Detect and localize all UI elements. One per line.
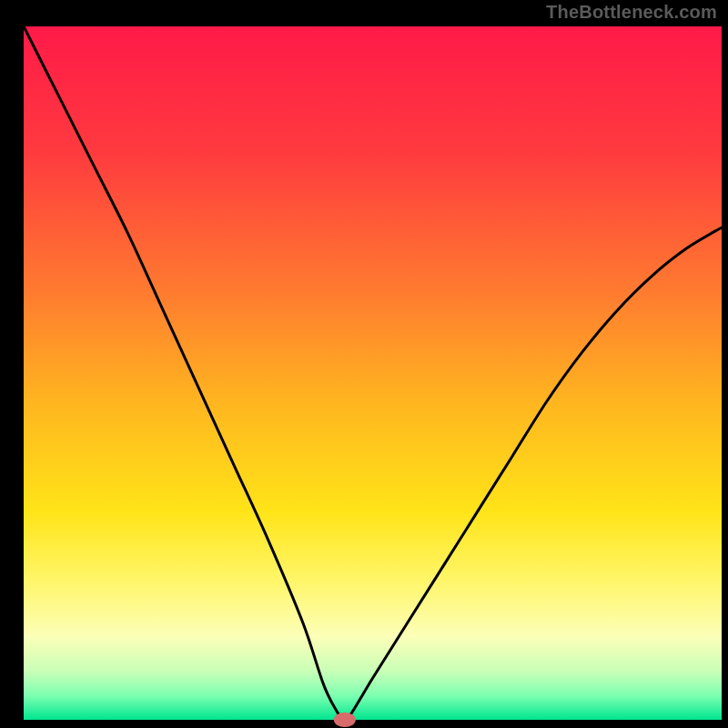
watermark-text: TheBottleneck.com xyxy=(546,2,717,23)
optimal-marker xyxy=(334,713,356,727)
chart-stage: TheBottleneck.com xyxy=(0,0,728,728)
bottleneck-chart xyxy=(0,0,728,728)
plot-background xyxy=(24,26,722,720)
